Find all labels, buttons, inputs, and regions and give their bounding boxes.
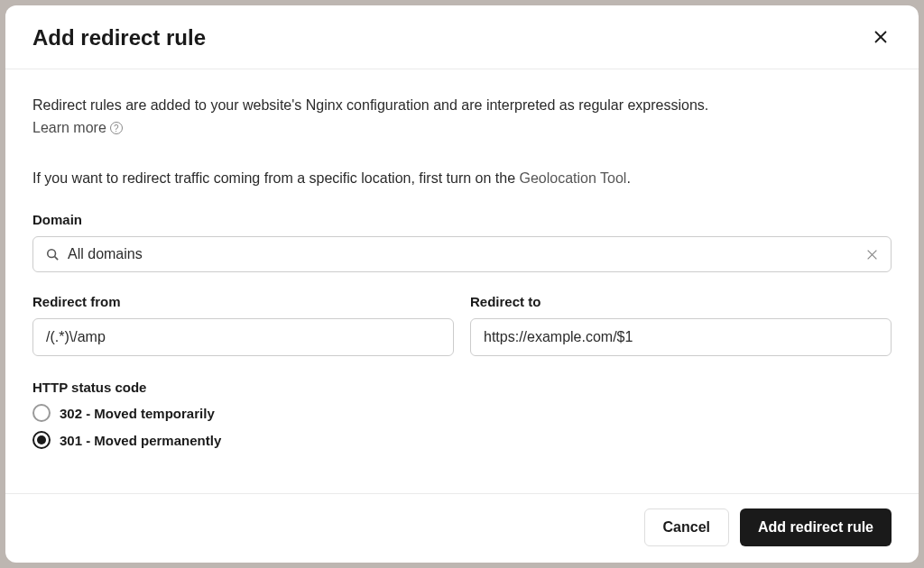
- add-redirect-modal: Add redirect rule Redirect rules are add…: [5, 5, 919, 563]
- redirect-to-col: Redirect to: [470, 294, 892, 356]
- domain-value: All domains: [68, 246, 866, 262]
- domain-label: Domain: [32, 212, 892, 227]
- learn-more-link[interactable]: Learn more ?: [32, 120, 123, 136]
- clear-icon[interactable]: [866, 249, 878, 261]
- svg-line-3: [55, 257, 59, 261]
- radio-inner-dot: [37, 435, 46, 444]
- modal-title: Add redirect rule: [32, 25, 206, 50]
- radio-option-302[interactable]: 302 - Moved temporarily: [32, 404, 892, 422]
- domain-select[interactable]: All domains: [32, 236, 892, 272]
- geolocation-tool-link[interactable]: Geolocation Tool: [520, 170, 627, 186]
- radio-icon-selected: [32, 431, 51, 449]
- svg-point-2: [48, 250, 56, 258]
- redirect-to-label: Redirect to: [470, 294, 892, 309]
- add-redirect-rule-button[interactable]: Add redirect rule: [740, 508, 892, 546]
- status-code-radio-group: 302 - Moved temporarily 301 - Moved perm…: [32, 404, 892, 449]
- help-icon: ?: [110, 122, 123, 134]
- redirect-from-col: Redirect from: [32, 294, 454, 356]
- radio-label-301: 301 - Moved permanently: [60, 433, 221, 448]
- description-text: Redirect rules are added to your website…: [32, 95, 892, 116]
- radio-option-301[interactable]: 301 - Moved permanently: [32, 431, 892, 449]
- redirect-to-input[interactable]: [470, 318, 892, 356]
- redirect-from-label: Redirect from: [32, 294, 454, 309]
- redirect-fields-row: Redirect from Redirect to: [32, 294, 892, 356]
- radio-label-302: 302 - Moved temporarily: [60, 406, 215, 421]
- geo-suffix: .: [626, 170, 630, 186]
- cancel-button[interactable]: Cancel: [644, 508, 729, 546]
- geo-prefix: If you want to redirect traffic coming f…: [32, 170, 520, 186]
- status-code-label: HTTP status code: [32, 380, 892, 395]
- search-icon: [46, 248, 59, 261]
- modal-header: Add redirect rule: [5, 5, 919, 69]
- modal-body: Redirect rules are added to your website…: [5, 69, 919, 493]
- geolocation-text: If you want to redirect traffic coming f…: [32, 170, 892, 187]
- close-button[interactable]: [870, 25, 892, 50]
- close-icon: [873, 28, 888, 48]
- modal-footer: Cancel Add redirect rule: [5, 493, 919, 563]
- redirect-from-input[interactable]: [32, 318, 454, 356]
- learn-more-label: Learn more: [32, 120, 106, 136]
- radio-icon: [32, 404, 51, 422]
